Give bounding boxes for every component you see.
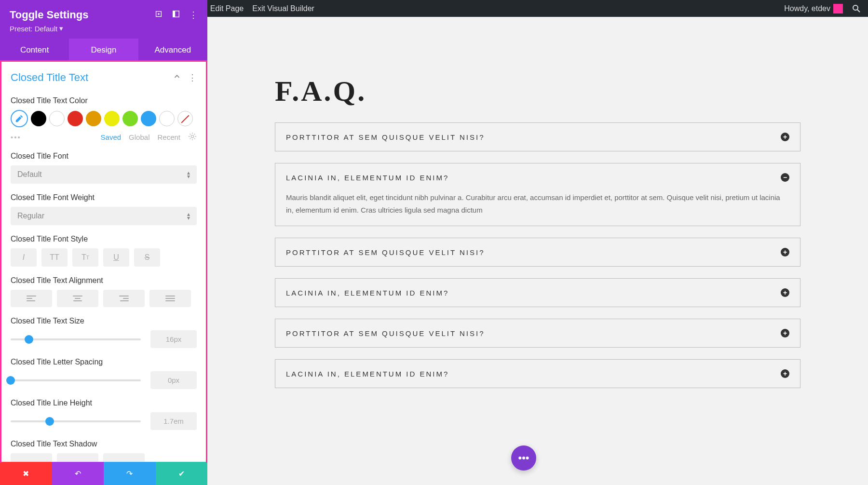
faq-question: PORTTITOR AT SEM QUISQUE VELIT NISI? [286,248,485,256]
lineheight-label: Closed Title Line Height [11,399,197,407]
color-swatch-white[interactable] [49,111,65,126]
lineheight-value[interactable]: 1.7em [150,412,197,430]
dock-icon[interactable] [172,10,180,20]
palette-settings-icon[interactable] [188,132,197,142]
plus-icon: + [781,329,789,337]
color-swatch-none[interactable] [177,111,193,126]
panel-actions: ✖ ↶ ↷ ✔ [0,462,207,485]
font-select[interactable]: Default ▴▾ [11,165,197,184]
font-label: Closed Title Font [11,152,197,161]
tab-content[interactable]: Content [0,39,69,62]
faq-question: PORTTITOR AT SEM QUISQUE VELIT NISI? [286,329,485,337]
shadow-opt-3[interactable] [103,453,145,462]
size-slider[interactable] [11,338,141,340]
svg-point-3 [158,13,160,15]
style-uppercase-button[interactable]: TT [41,248,68,267]
faq-heading: F.A.Q. [275,75,800,108]
undo-button[interactable]: ↶ [52,462,104,485]
collapse-icon[interactable] [173,72,181,83]
shadow-opt-1[interactable] [11,453,52,462]
section-more-icon[interactable]: ⋮ [188,72,197,83]
style-label: Closed Title Font Style [11,235,197,243]
panel-header: Toggle Settings ⋮ Preset: Default▾ [0,0,207,39]
faq-question: LACINIA IN, ELEMENTUM ID ENIM? [286,174,449,182]
howdy-link[interactable]: Howdy, etdev [784,4,843,13]
lineheight-slider[interactable] [11,420,141,422]
cancel-button[interactable]: ✖ [0,462,52,485]
panel-title: Toggle Settings [10,9,88,21]
faq-question: PORTTITOR AT SEM QUISQUE VELIT NISI? [286,133,485,141]
section-title[interactable]: Closed Title Text [11,71,88,84]
panel-body: Closed Title Text ⋮ Closed Title Text Co… [0,62,207,462]
align-label: Closed Title Text Alignment [11,276,197,285]
svg-point-1 [853,5,858,10]
search-icon[interactable] [852,4,861,13]
align-left-button[interactable] [11,290,52,307]
faq-item[interactable]: PORTTITOR AT SEM QUISQUE VELIT NISI?+ [275,319,800,348]
faq-answer: Mauris blandit aliquet elit, eget tincid… [275,191,800,226]
style-strikethrough-button[interactable]: S [134,248,160,267]
panel-tabs: Content Design Advanced [0,39,207,62]
size-value[interactable]: 16px [150,330,197,348]
style-smallcaps-button[interactable]: TT [72,248,98,267]
faq-item[interactable]: PORTTITOR AT SEM QUISQUE VELIT NISI?+ [275,122,800,151]
detach-icon[interactable] [154,10,163,20]
palette-tab-saved[interactable]: Saved [101,133,122,141]
weight-label: Closed Title Font Weight [11,193,197,202]
exit-builder-link[interactable]: Exit Visual Builder [252,4,314,13]
faq-question: LACINIA IN, ELEMENTUM ID ENIM? [286,370,449,378]
palette-tab-recent[interactable]: Recent [157,133,180,141]
color-swatch-orange[interactable] [86,111,101,126]
size-label: Closed Title Text Size [11,317,197,325]
color-swatch-blue[interactable] [141,111,156,126]
tab-design[interactable]: Design [69,39,138,62]
align-right-button[interactable] [103,290,145,307]
faq-item[interactable]: LACINIA IN, ELEMENTUM ID ENIM?+ [275,359,800,388]
palette-tab-global[interactable]: Global [129,133,149,141]
tab-advanced[interactable]: Advanced [138,39,207,62]
preview-area: F.A.Q. PORTTITOR AT SEM QUISQUE VELIT NI… [207,17,868,485]
weight-select[interactable]: Regular ▴▾ [11,207,197,225]
plus-icon: + [781,369,789,378]
align-center-button[interactable] [57,290,98,307]
plus-icon: + [781,133,789,141]
shadow-label: Closed Title Text Shadow [11,440,197,448]
color-swatch-empty[interactable] [159,111,175,126]
color-label: Closed Title Text Color [11,96,197,105]
save-button[interactable]: ✔ [156,462,208,485]
user-avatar-icon [833,4,843,13]
redo-button[interactable]: ↷ [104,462,156,485]
minus-icon: − [781,173,789,182]
more-swatches-icon[interactable]: ••• [11,133,21,141]
align-justify-button[interactable] [149,290,191,307]
spacing-slider[interactable] [11,379,141,381]
color-swatch-red[interactable] [68,111,83,126]
faq-item[interactable]: LACINIA IN, ELEMENTUM ID ENIM?+ [275,278,800,307]
style-underline-button[interactable]: U [103,248,129,267]
svg-rect-5 [173,11,176,17]
color-swatch-black[interactable] [31,111,46,126]
color-swatch-yellow[interactable] [104,111,120,126]
settings-panel: Toggle Settings ⋮ Preset: Default▾ Conte… [0,0,207,485]
faq-item[interactable]: PORTTITOR AT SEM QUISQUE VELIT NISI?+ [275,238,800,267]
faq-question: LACINIA IN, ELEMENTUM ID ENIM? [286,289,449,297]
faq-item[interactable]: LACINIA IN, ELEMENTUM ID ENIM?− Mauris b… [275,163,800,226]
plus-icon: + [781,248,789,256]
spacing-label: Closed Title Letter Spacing [11,358,197,366]
color-swatch-green[interactable] [122,111,138,126]
spacing-value[interactable]: 0px [150,371,197,389]
more-icon[interactable]: ⋮ [189,10,198,20]
eyedropper-button[interactable] [11,110,28,127]
preset-selector[interactable]: Preset: Default▾ [10,24,198,33]
plus-icon: + [781,288,789,297]
shadow-opt-2[interactable] [57,453,98,462]
style-italic-button[interactable]: I [11,248,37,267]
builder-fab[interactable]: ••• [511,445,536,471]
svg-point-6 [191,135,193,137]
